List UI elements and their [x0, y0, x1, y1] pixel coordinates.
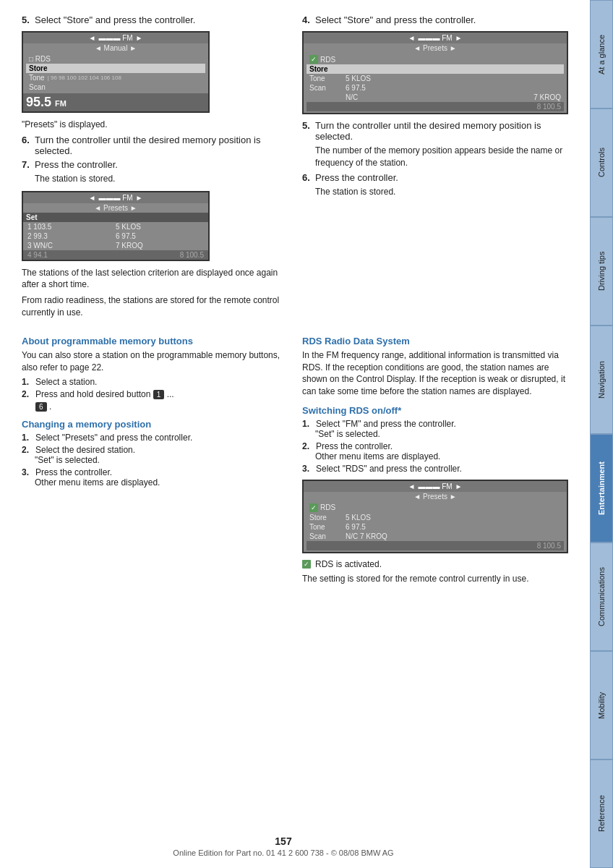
sidebar-tab-driving-tips[interactable]: Driving tips — [590, 217, 613, 326]
preset-row-1: 1 103.5 5 KLOS — [23, 222, 208, 231]
about-steps-list: 1. Select a station. 2. Press and hold d… — [22, 377, 288, 412]
right-radio-row-nc: N/C 7 KROQ — [306, 93, 564, 102]
top-section: 5. Select "Store" and press the controll… — [22, 14, 568, 323]
left-step7-text: Press the controller. — [35, 159, 288, 170]
left-step5: 5. Select "Store" and press the controll… — [22, 14, 288, 25]
button-6-icon: 6 — [35, 402, 47, 412]
right-step5-sub: The number of the memory position appear… — [302, 145, 568, 169]
rd4-rds-row: ✓ RDS — [306, 503, 564, 513]
setting-note: The setting is stored for the remote con… — [302, 573, 568, 585]
changing-step-3-sub: Other menu items are displayed. — [22, 477, 288, 488]
bottom-section: About programmable memory buttons You ca… — [22, 328, 568, 589]
changing-step-3: 3. Press the controller. Other menu item… — [22, 467, 288, 488]
preset-row-4: 4 94.1 8 100.5 — [23, 250, 208, 260]
rds-heading: RDS Radio Data System — [302, 336, 568, 346]
preset-display-2: ◄ ▬▬▬ FM ► ◄ Presets ► Set 1 103.5 5 KLO… — [22, 191, 210, 261]
sidebar-tab-controls[interactable]: Controls — [590, 109, 613, 217]
radio-display-4-header: ◄ ▬▬▬ FM ► — [304, 481, 567, 492]
presets-label: "Presets" is displayed. — [22, 119, 288, 131]
right-step6-sub: The station is stored. — [302, 186, 568, 198]
preset-row-3: 3 WN/C 7 KROQ — [23, 241, 208, 250]
left-step6: 6. Turn the controller until the desired… — [22, 135, 288, 156]
sidebar-tab-mobility[interactable]: Mobility — [590, 651, 613, 760]
radio-display-1: ◄ ▬▬▬ FM ► ◄ Manual ► □ RDS Store Tone |… — [22, 31, 210, 113]
about-step-1: 1. Select a station. — [22, 377, 288, 387]
button-1-icon: 1 — [153, 390, 165, 399]
rds-text: In the FM frequency range, additional in… — [302, 349, 568, 398]
changing-step-1: 1. Select "Presets" and press the contro… — [22, 433, 288, 443]
page-number: 157 — [0, 835, 567, 847]
left-step7-sub: The station is stored. — [22, 173, 288, 185]
left-column: 5. Select "Store" and press the controll… — [22, 14, 288, 323]
rd4-tone-row: Tone 6 97.5 — [306, 522, 564, 532]
radio-display-1-body: □ RDS Store Tone | 96 98 100 102 104 106… — [23, 53, 208, 93]
radio-display-1-header: ◄ ▬▬▬ FM ► — [23, 33, 208, 43]
footer-text: Online Edition for Part no. 01 41 2 600 … — [0, 848, 567, 857]
bottom-right: RDS Radio Data System In the FM frequenc… — [302, 328, 568, 589]
note1: The stations of the last selection crite… — [22, 267, 288, 292]
sidebar-tab-communications[interactable]: Communications — [590, 542, 613, 651]
radio-display-3-header: ◄ ▬▬▬ FM ► — [304, 33, 567, 43]
note2: From radio readiness, the stations are s… — [22, 294, 288, 319]
bottom-left: About programmable memory buttons You ca… — [22, 328, 288, 589]
switching-step-3: 3. Select "RDS" and press the controller… — [302, 464, 568, 474]
radio-row-tone: Tone | 96 98 100 102 104 106 108 — [26, 73, 205, 82]
left-step6-num: 6. — [22, 135, 32, 156]
right-radio-row-scan: Scan 6 97.5 — [306, 83, 564, 93]
right-radio-row-last: 8 100.5 — [306, 102, 564, 111]
left-step7: 7. Press the controller. — [22, 159, 288, 170]
preset-row-2: 2 99.3 6 97.5 — [23, 231, 208, 241]
about-heading: About programmable memory buttons — [22, 336, 288, 346]
radio-display-3-subheader: ◄ Presets ► — [304, 43, 567, 53]
about-text: You can also store a station on the prog… — [22, 349, 288, 374]
about-step-2b: 6 . — [22, 401, 288, 412]
right-step6-num: 6. — [302, 172, 312, 183]
right-radio-row-store: Store — [306, 64, 564, 74]
radio-row-rds: □ RDS — [26, 54, 205, 64]
right-column: 4. Select "Store" and press the controll… — [302, 14, 568, 323]
radio-freq-1: 95.5 FM — [23, 93, 208, 111]
changing-step-2: 2. Select the desired station. "Set" is … — [22, 445, 288, 465]
radio-display-4-body: ✓ RDS Store 5 KLOS Tone 6 97.5 Scan N/C … — [304, 501, 567, 552]
radio-display-3-body: ✓ RDS Store Tone 5 KLOS Scan 6 97.5 — [304, 53, 567, 113]
changing-heading: Changing a memory position — [22, 419, 288, 430]
radio-display-3: ◄ ▬▬▬ FM ► ◄ Presets ► ✓ RDS Store Tone — [302, 31, 568, 114]
left-step5-num: 5. — [22, 14, 32, 25]
rd4-scan-row: Scan N/C 7 KROQ — [306, 532, 564, 541]
main-content: 5. Select "Store" and press the controll… — [0, 0, 590, 868]
sidebar-tab-navigation[interactable]: Navigation — [590, 326, 613, 434]
preset-display-2-body: Set 1 103.5 5 KLOS 2 99.3 6 97.5 3 WN/C … — [23, 213, 208, 260]
right-radio-row-tone: Tone 5 KLOS — [306, 74, 564, 83]
switching-heading: Switching RDS on/off* — [302, 405, 568, 416]
right-step4-num: 4. — [302, 14, 312, 25]
about-step-2: 2. Press and hold desired button 1 ... — [22, 389, 288, 399]
rds-check-icon-3: ✓ — [302, 560, 311, 569]
right-step5: 5. Turn the controller until the desired… — [302, 120, 568, 142]
rds-note: ✓ RDS is activated. — [302, 559, 568, 569]
right-step4: 4. Select "Store" and press the controll… — [302, 14, 568, 25]
sidebar-tab-reference[interactable]: Reference — [590, 760, 613, 868]
changing-step-2-sub: "Set" is selected. — [22, 455, 288, 465]
right-step6-text: Press the controller. — [315, 172, 568, 183]
left-step5-text: Select "Store" and press the controller. — [35, 14, 288, 25]
set-label: Set — [23, 213, 208, 222]
right-step5-text: Turn the controller until the desired me… — [315, 120, 568, 142]
right-step6: 6. Press the controller. — [302, 172, 568, 183]
switching-steps-list: 1. Select "FM" and press the controller.… — [302, 419, 568, 474]
sidebar-tab-entertainment[interactable]: Entertainment — [590, 434, 613, 542]
radio-row-scan: Scan — [26, 82, 205, 92]
sidebar-tab-at-a-glance[interactable]: At a glance — [590, 0, 613, 109]
rd4-last-row: 8 100.5 — [306, 541, 564, 550]
rd4-store-row: Store 5 KLOS — [306, 513, 564, 522]
sidebar: At a glance Controls Driving tips Naviga… — [590, 0, 613, 868]
radio-display-4: ◄ ▬▬▬ FM ► ◄ Presets ► ✓ RDS Store 5 KLO… — [302, 480, 568, 553]
preset-display-2-subheader: ◄ Presets ► — [23, 203, 208, 213]
footer: 157 Online Edition for Part no. 01 41 2 … — [0, 835, 567, 857]
radio-display-4-subheader: ◄ Presets ► — [304, 492, 567, 501]
right-radio-row-rds: ✓ RDS — [306, 54, 564, 64]
rds-check-icon: ✓ — [309, 55, 318, 64]
preset-display-2-header: ◄ ▬▬▬ FM ► — [23, 192, 208, 203]
radio-row-store: Store — [26, 64, 205, 73]
rds-check-icon-2: ✓ — [309, 503, 318, 512]
switching-step-2: 2. Press the controller. Other menu item… — [302, 441, 568, 461]
